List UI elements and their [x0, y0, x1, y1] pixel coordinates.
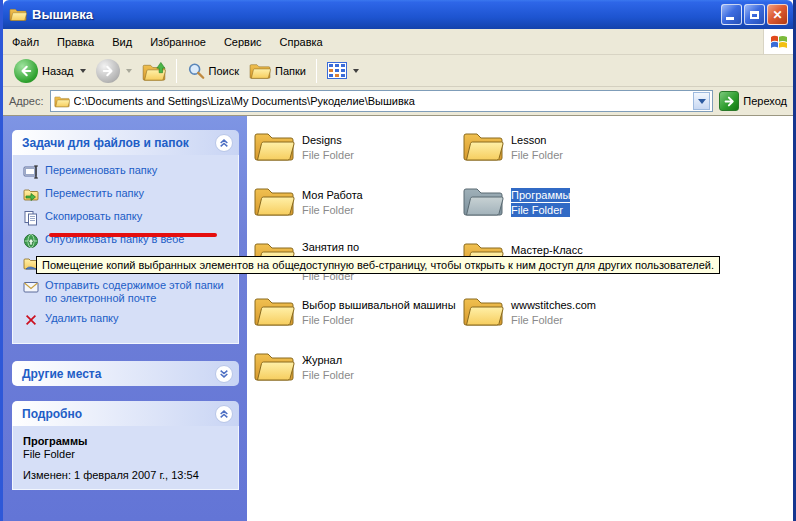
- folder-name[interactable]: Мастер-Класс: [511, 243, 583, 257]
- folder-icon: [253, 348, 295, 384]
- menu-edit[interactable]: Правка: [48, 31, 103, 53]
- folder-type: File Folder: [511, 203, 570, 217]
- address-combobox[interactable]: C:\Documents and Settings\Liza\My Docume…: [50, 90, 714, 112]
- task-email-folder[interactable]: Отправить содержимое этой папки по элект…: [23, 279, 232, 305]
- maximize-icon: [750, 11, 759, 19]
- folders-label: Папки: [275, 65, 306, 77]
- folder-icon: [253, 183, 295, 219]
- copy-icon: [23, 210, 39, 226]
- task-copy-folder[interactable]: Скопировать папку: [23, 210, 232, 226]
- address-folder-icon: [54, 95, 70, 108]
- folder-name[interactable]: Моя Работа: [302, 188, 363, 202]
- task-label[interactable]: Переместить папку: [45, 187, 144, 200]
- forward-dropdown-icon[interactable]: [126, 69, 132, 73]
- back-label: Назад: [42, 65, 74, 77]
- go-button[interactable]: Переход: [719, 91, 787, 111]
- details-folder-name: Программы: [23, 435, 232, 447]
- details-folder-type: File Folder: [23, 448, 232, 460]
- task-move-folder[interactable]: Переместить папку: [23, 187, 232, 203]
- forward-button[interactable]: [91, 57, 137, 85]
- folder-name[interactable]: Журнал: [302, 353, 342, 367]
- folder-name[interactable]: wwwstitches.com: [511, 298, 596, 312]
- folder-icon-selected: [462, 183, 504, 219]
- views-button[interactable]: [322, 60, 364, 81]
- publish-web-icon: [23, 233, 39, 249]
- minimize-button[interactable]: [721, 4, 742, 25]
- folder-name[interactable]: Программы: [511, 188, 570, 202]
- panel-title: Подробно: [22, 407, 82, 421]
- panel-details-header[interactable]: Подробно: [12, 401, 239, 426]
- folder-type: File Folder: [511, 313, 596, 327]
- annotation-underline: [49, 233, 217, 237]
- panel-other-places-header[interactable]: Другие места: [12, 361, 239, 386]
- task-delete-folder[interactable]: Удалить папку: [23, 312, 232, 328]
- search-button[interactable]: Поиск: [182, 60, 244, 82]
- menu-help[interactable]: Справка: [271, 31, 332, 53]
- title-bar: Вышивка ✕: [3, 0, 793, 29]
- address-dropdown-button[interactable]: [693, 92, 710, 110]
- folder-type: File Folder: [302, 148, 354, 162]
- views-dropdown-icon[interactable]: [353, 69, 359, 73]
- folder-tile-vybor-mashiny[interactable]: Выбор вышивальной машиныFile Folder: [253, 293, 458, 348]
- back-icon: [14, 59, 38, 83]
- folder-icon: [253, 293, 295, 329]
- menu-tools[interactable]: Сервис: [215, 31, 271, 53]
- panel-title: Задачи для файлов и папок: [22, 136, 189, 150]
- task-label[interactable]: Удалить папку: [45, 312, 119, 325]
- explorer-window: Вышивка ✕ Файл Правка Вид Избранное Серв…: [0, 0, 796, 521]
- folder-icon: [462, 293, 504, 329]
- folder-tile-designs[interactable]: DesignsFile Folder: [253, 128, 458, 183]
- address-bar: Адрес: C:\Documents and Settings\Liza\My…: [3, 87, 793, 116]
- maximize-button[interactable]: [744, 4, 765, 25]
- folder-name[interactable]: Lesson: [511, 133, 546, 147]
- folder-tile-moya-rabota[interactable]: Моя РаботаFile Folder: [253, 183, 458, 238]
- folder-type: File Folder: [511, 148, 563, 162]
- content-area: Задачи для файлов и папок: [3, 116, 793, 521]
- panel-file-tasks-header[interactable]: Задачи для файлов и папок: [12, 130, 239, 155]
- up-button[interactable]: [137, 58, 171, 84]
- forward-icon: [96, 59, 120, 83]
- folder-name[interactable]: Designs: [302, 133, 342, 147]
- folder-tile-zhurnal[interactable]: ЖурналFile Folder: [253, 348, 458, 403]
- task-label[interactable]: Переименовать папку: [45, 164, 157, 177]
- folder-tile-wwwstitches[interactable]: wwwstitches.comFile Folder: [462, 293, 667, 348]
- window-title: Вышивка: [32, 7, 721, 22]
- panel-file-tasks-body: Переименовать папку Переместить папку: [12, 155, 239, 344]
- menu-file[interactable]: Файл: [3, 31, 48, 53]
- folder-type: File Folder: [302, 313, 456, 327]
- folders-icon: [249, 62, 271, 80]
- menu-favorites[interactable]: Избранное: [141, 31, 215, 53]
- close-button[interactable]: ✕: [767, 4, 788, 25]
- task-label[interactable]: Отправить содержимое этой папки по элект…: [45, 279, 232, 305]
- toolbar-separator: [176, 59, 177, 83]
- task-pane: Задачи для файлов и папок: [3, 116, 247, 521]
- views-icon: [327, 62, 347, 79]
- panel-title: Другие места: [22, 367, 101, 381]
- panel-details-body: Программы File Folder Изменен: 1 февраля…: [12, 426, 239, 490]
- folder-type: File Folder: [302, 203, 363, 217]
- menu-view[interactable]: Вид: [103, 31, 141, 53]
- panel-details: Подробно Программы File Folder Изменен: …: [12, 401, 239, 490]
- windows-logo: [763, 29, 793, 54]
- folder-name[interactable]: Выбор вышивальной машины: [302, 298, 456, 312]
- folder-tile-programmy-selected[interactable]: ПрограммыFile Folder: [462, 183, 667, 238]
- address-label: Адрес:: [9, 95, 44, 107]
- close-icon: ✕: [772, 9, 782, 21]
- expand-button[interactable]: [215, 365, 233, 383]
- rename-icon: [23, 164, 39, 180]
- collapse-button[interactable]: [215, 405, 233, 423]
- email-icon: [23, 279, 39, 295]
- panel-file-tasks: Задачи для файлов и папок: [12, 130, 239, 344]
- collapse-button[interactable]: [215, 134, 233, 152]
- address-input[interactable]: C:\Documents and Settings\Liza\My Docume…: [74, 95, 694, 107]
- task-label[interactable]: Скопировать папку: [45, 210, 142, 223]
- folder-view: DesignsFile Folder LessonFile Folder Моя…: [247, 116, 793, 521]
- chevron-double-up-icon: [219, 409, 229, 419]
- back-dropdown-icon[interactable]: [80, 69, 86, 73]
- folders-button[interactable]: Папки: [244, 60, 311, 82]
- folder-type: File Folder: [302, 368, 354, 382]
- task-rename-folder[interactable]: Переименовать папку: [23, 164, 232, 180]
- chevron-down-icon: [698, 99, 706, 104]
- back-button[interactable]: Назад: [9, 57, 91, 85]
- folder-tile-lesson[interactable]: LessonFile Folder: [462, 128, 667, 183]
